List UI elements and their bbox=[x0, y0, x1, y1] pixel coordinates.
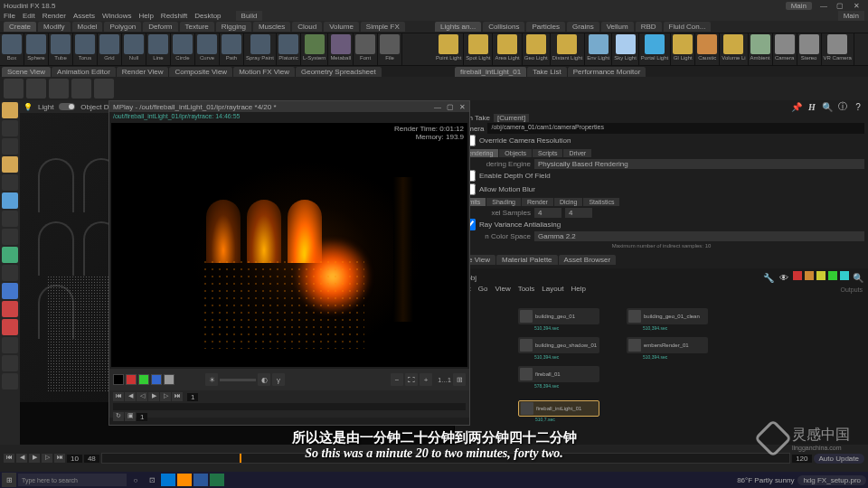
frame-field[interactable]: 1 bbox=[187, 393, 198, 401]
shelf-tool[interactable]: Sky Light bbox=[612, 33, 639, 65]
shelf-tool[interactable]: Platonic bbox=[277, 33, 301, 65]
menu-help[interactable]: Help bbox=[138, 12, 153, 20]
netview-tab[interactable]: Material Palette bbox=[496, 255, 558, 265]
netview-menu[interactable]: Tools bbox=[518, 285, 535, 293]
wrench-icon[interactable]: 🔧 bbox=[762, 271, 775, 284]
shelf-tab[interactable]: RBD bbox=[636, 22, 662, 32]
shelf-tool[interactable]: Stereo bbox=[797, 33, 822, 65]
cspace-dropdown[interactable]: Gamma 2.2 bbox=[534, 231, 864, 241]
flag-orange-icon[interactable] bbox=[805, 271, 814, 280]
tool-icon[interactable] bbox=[71, 79, 91, 99]
param-tab[interactable]: Scripts bbox=[533, 149, 562, 157]
mplay-min-icon[interactable]: — bbox=[434, 103, 441, 111]
brightness-slider[interactable] bbox=[220, 379, 256, 381]
word-icon[interactable] bbox=[193, 474, 208, 486]
netview-menu[interactable]: Help bbox=[571, 285, 585, 293]
shelf-tool[interactable]: Torus bbox=[73, 33, 98, 65]
shelf-tool[interactable]: Path bbox=[220, 33, 244, 65]
netview-menu[interactable]: View bbox=[495, 285, 510, 293]
shelf-tool[interactable]: Font bbox=[354, 33, 378, 65]
param-subtab[interactable]: Shading bbox=[486, 198, 521, 206]
user-pill[interactable]: hdg FX_setup.pro bbox=[797, 475, 866, 485]
maximize-icon[interactable]: ▢ bbox=[832, 2, 848, 10]
zoom-net-icon[interactable]: 🔍 bbox=[852, 271, 864, 284]
pane-tab[interactable]: Scene View bbox=[2, 67, 51, 77]
first-frame-icon[interactable]: ⏮ bbox=[113, 392, 124, 401]
shelf-tool[interactable]: Sphere bbox=[24, 33, 49, 65]
shelf-tool[interactable]: Spot Light bbox=[464, 33, 493, 65]
contrast-icon[interactable]: ◐ bbox=[258, 373, 270, 386]
shelf-tool[interactable]: File bbox=[378, 33, 402, 65]
param-subtab[interactable]: Statistics bbox=[583, 198, 619, 206]
swatch-blue[interactable] bbox=[151, 374, 162, 385]
mplay-max-icon[interactable]: ▢ bbox=[447, 103, 454, 111]
shelf-tab[interactable]: Collisions bbox=[483, 22, 524, 32]
zoom-out-icon[interactable]: − bbox=[391, 373, 403, 386]
handle-tool-icon[interactable] bbox=[2, 156, 18, 173]
menu-file[interactable]: File bbox=[4, 12, 15, 20]
flag-cyan-icon[interactable] bbox=[840, 271, 849, 280]
shelf-tab[interactable]: Model bbox=[72, 22, 103, 32]
network-node[interactable]: building_geo_01_clean510,394.sec bbox=[627, 308, 708, 324]
network-node[interactable]: building_geo_shadow_01510,394.sec bbox=[518, 337, 599, 353]
shelf-tool[interactable]: VR Camera bbox=[822, 33, 854, 65]
shelf-tool[interactable]: GI Light bbox=[671, 33, 695, 65]
shelf-tab[interactable]: Polygon bbox=[104, 22, 141, 32]
shelf-tool[interactable]: Geo Light bbox=[523, 33, 551, 65]
flag-green-icon[interactable] bbox=[828, 271, 837, 280]
menu-redshift[interactable]: Redshift bbox=[161, 12, 187, 20]
mplay-titlebar[interactable]: MPlay - /out/fireball_intLight_01/ipr/ra… bbox=[109, 101, 469, 112]
shelf-tool[interactable]: Area Light bbox=[493, 33, 522, 65]
network-node[interactable]: building_geo_01510,394.sec bbox=[518, 308, 599, 324]
param-tab[interactable]: Objects bbox=[499, 149, 532, 157]
zoom-in-icon[interactable]: + bbox=[420, 373, 432, 386]
pose-tool-icon[interactable] bbox=[2, 265, 18, 281]
construction-icon[interactable] bbox=[2, 373, 18, 389]
auto-update[interactable]: Auto Update bbox=[814, 454, 864, 464]
weather-widget[interactable]: 86°F Partly sunny bbox=[737, 476, 794, 484]
play-fwd-icon[interactable]: ▶ bbox=[148, 392, 159, 401]
pane-tab[interactable]: Take List bbox=[527, 67, 567, 77]
pin-icon[interactable]: 📌 bbox=[790, 100, 803, 113]
shelf-tool[interactable]: Grid bbox=[98, 33, 122, 65]
shelf-tool[interactable]: Portal Light bbox=[639, 33, 671, 65]
snap-grid-icon[interactable] bbox=[2, 355, 18, 371]
shelf-tool[interactable]: Tube bbox=[49, 33, 73, 65]
shelf-tab[interactable]: Rigging bbox=[216, 22, 251, 32]
scale-tool-icon[interactable] bbox=[2, 229, 18, 245]
flag-yellow-icon[interactable] bbox=[816, 271, 826, 280]
minimize-icon[interactable]: — bbox=[816, 2, 832, 10]
view-icon[interactable] bbox=[49, 79, 69, 99]
next-frame-icon[interactable]: ▷ bbox=[160, 392, 171, 401]
translate-tool-icon[interactable] bbox=[2, 192, 18, 209]
shelf-tool[interactable]: Spray Paint bbox=[244, 33, 277, 65]
swatch-red[interactable] bbox=[126, 374, 137, 385]
menu-edit[interactable]: Edit bbox=[23, 12, 35, 20]
shelf-tab[interactable]: Muscles bbox=[253, 22, 290, 32]
pane-tab[interactable]: Composite View bbox=[169, 67, 232, 77]
take-dropdown[interactable]: [Current] bbox=[494, 114, 529, 122]
render-view[interactable]: Render Time: 0:01:12Memory: 193.9 bbox=[111, 123, 467, 367]
play-back-icon[interactable]: ◁ bbox=[137, 392, 147, 401]
tl-play-icon[interactable]: ▶ bbox=[29, 454, 40, 463]
loop-icon[interactable]: ↻ bbox=[113, 412, 124, 421]
pane-tab[interactable]: Animation Editor bbox=[52, 67, 116, 77]
rotate-tool-icon[interactable] bbox=[2, 211, 18, 227]
move-tool-icon[interactable] bbox=[2, 174, 18, 191]
range-start[interactable]: 1 bbox=[137, 413, 147, 421]
grid-toggle-icon[interactable]: ⊞ bbox=[453, 373, 466, 386]
pane-tab[interactable]: Geometry Spreadsheet bbox=[296, 67, 382, 77]
tl-start-field[interactable]: 10 bbox=[67, 455, 82, 463]
engine-dropdown[interactable]: Physically Based Rendering bbox=[534, 159, 864, 169]
brush-tool-icon[interactable] bbox=[2, 138, 18, 155]
grid-icon[interactable] bbox=[26, 79, 46, 99]
layout-main[interactable]: Main bbox=[838, 11, 864, 21]
mplay-close-icon[interactable]: ✕ bbox=[459, 103, 466, 111]
cortana-icon[interactable]: ○ bbox=[128, 474, 143, 486]
shelf-tool[interactable]: Distant Light bbox=[551, 33, 585, 65]
shelf-tab[interactable]: Lights an... bbox=[435, 22, 481, 32]
transform-tool-icon[interactable] bbox=[2, 247, 18, 263]
menu-assets[interactable]: Assets bbox=[73, 12, 95, 20]
shelf-tool[interactable]: Line bbox=[146, 33, 171, 65]
swatch-green[interactable] bbox=[138, 374, 149, 385]
